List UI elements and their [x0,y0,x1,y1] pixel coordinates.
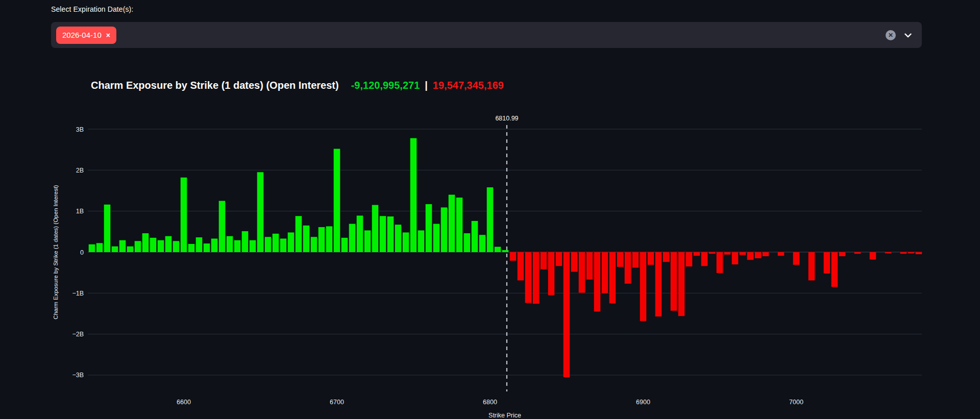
bar-6850[interactable] [564,252,570,377]
bar-6685[interactable] [311,237,317,252]
bar-6750[interactable] [410,138,417,252]
bar-6715[interactable] [357,216,363,252]
bar-6675[interactable] [296,216,302,252]
bar-6895[interactable] [632,252,639,268]
bar-6835[interactable] [541,252,547,269]
bar-6615[interactable] [204,243,210,252]
bar-6695[interactable] [326,226,333,252]
bar-6565[interactable] [127,247,134,252]
bar-6890[interactable] [625,252,631,284]
bar-6625[interactable] [219,201,226,252]
bar-6950[interactable] [717,252,723,273]
bar-6945[interactable] [709,252,716,254]
bar-6610[interactable] [196,237,203,252]
bar-6965[interactable] [740,252,746,255]
bar-6855[interactable] [571,252,578,272]
bar-6970[interactable] [747,252,754,260]
bar-6730[interactable] [380,216,386,252]
bar-6935[interactable] [694,252,700,256]
bar-6690[interactable] [318,227,325,252]
bar-6955[interactable] [724,252,731,255]
bar-6800[interactable] [487,187,494,252]
bar-6845[interactable] [556,252,562,266]
bar-6745[interactable] [403,232,409,252]
bar-6620[interactable] [211,238,218,252]
bar-6975[interactable] [755,252,762,258]
bar-6805[interactable] [495,247,501,252]
bar-6830[interactable] [533,252,540,304]
bar-6645[interactable] [250,240,256,252]
bar-6770[interactable] [441,207,448,252]
bar-6680[interactable] [303,226,310,252]
bar-6840[interactable] [548,252,555,295]
bar-6875[interactable] [602,252,608,293]
bar-7060[interactable] [885,252,892,253]
bar-7025[interactable] [831,252,838,287]
bar-6825[interactable] [525,252,532,303]
bar-6735[interactable] [387,216,394,252]
bar-6820[interactable] [518,252,524,280]
bar-6540[interactable] [89,244,95,252]
bar-7030[interactable] [839,252,846,256]
bar-6700[interactable] [334,149,340,252]
bar-7050[interactable] [870,252,876,259]
bar-6815[interactable] [510,252,517,261]
bar-6765[interactable] [433,224,440,252]
bar-6960[interactable] [732,252,739,264]
bar-6630[interactable] [227,236,233,252]
bar-6710[interactable] [349,224,356,252]
bar-6655[interactable] [265,237,272,252]
bar-6640[interactable] [242,231,249,252]
bar-6775[interactable] [449,195,455,252]
bar-6705[interactable] [341,238,348,252]
bar-6660[interactable] [273,234,279,252]
bar-6740[interactable] [395,225,402,252]
bar-6980[interactable] [763,252,769,256]
bar-6720[interactable] [364,230,371,252]
bar-6600[interactable] [181,178,187,252]
bar-6900[interactable] [640,252,647,321]
bar-6795[interactable] [479,235,486,252]
bar-7010[interactable] [808,252,815,280]
bar-6585[interactable] [158,240,164,252]
bar-6910[interactable] [655,252,662,316]
bar-6940[interactable] [701,252,708,266]
bar-6725[interactable] [372,205,379,252]
bar-6575[interactable] [142,233,149,252]
bar-6760[interactable] [426,204,432,252]
bar-6605[interactable] [188,244,195,252]
bar-7075[interactable] [908,252,915,253]
bar-7080[interactable] [916,252,922,254]
bar-6635[interactable] [234,240,241,252]
bar-7000[interactable] [793,252,800,265]
bar-6990[interactable] [778,252,785,256]
bar-6930[interactable] [686,252,693,266]
bar-6780[interactable] [456,198,463,252]
bar-6570[interactable] [135,241,141,252]
bar-6595[interactable] [173,241,180,252]
bar-6580[interactable] [150,238,157,252]
bar-6865[interactable] [586,252,593,280]
charm-exposure-chart[interactable]: 3B2B1B0−1B−2B−3B660067006800690070006810… [0,0,980,419]
bar-6860[interactable] [579,252,585,293]
bar-6810[interactable] [502,250,509,252]
bar-6785[interactable] [464,233,471,252]
bar-6555[interactable] [112,247,118,252]
bar-6870[interactable] [594,252,601,311]
bar-6920[interactable] [671,252,677,311]
bar-6925[interactable] [678,252,685,316]
bar-7070[interactable] [900,252,907,254]
bar-6650[interactable] [257,172,264,252]
bar-7020[interactable] [824,252,830,274]
bar-6560[interactable] [119,240,126,252]
bar-6885[interactable] [617,252,624,267]
bar-6790[interactable] [472,221,478,252]
bar-6590[interactable] [165,236,172,252]
bar-6545[interactable] [96,243,103,252]
bar-6550[interactable] [104,205,111,252]
bar-6755[interactable] [418,230,425,252]
bar-6880[interactable] [609,252,616,303]
bar-6915[interactable] [663,252,670,262]
bar-6665[interactable] [280,238,287,252]
bar-6905[interactable] [648,252,654,265]
